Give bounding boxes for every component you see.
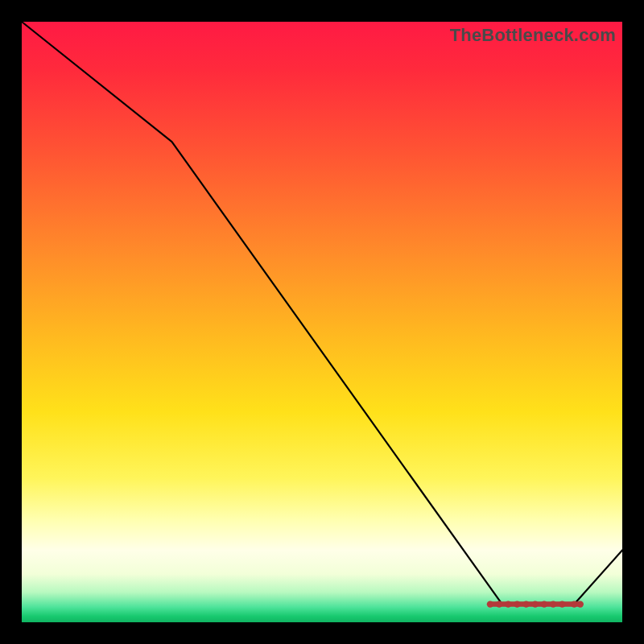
highlight-dot [577, 601, 584, 607]
highlight-dot [559, 601, 565, 607]
highlight-dot [550, 601, 556, 607]
highlight-dot [487, 601, 493, 607]
highlight-dot [496, 601, 502, 607]
curve-line [22, 22, 622, 605]
highlight-dot [505, 601, 511, 607]
highlight-dot [522, 601, 529, 607]
highlight-dot [514, 601, 520, 607]
chart-frame: TheBottleneck.com [0, 0, 644, 644]
chart-svg [22, 22, 622, 622]
plot-area: TheBottleneck.com [22, 22, 622, 622]
highlight-dot [532, 601, 539, 607]
highlight-dot [571, 601, 577, 607]
highlight-dot [541, 601, 547, 607]
